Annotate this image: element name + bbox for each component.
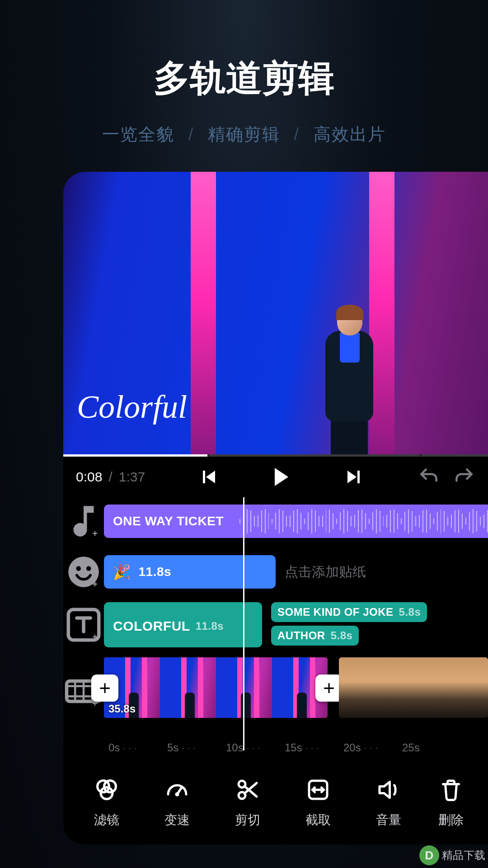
prev-clip-button[interactable] xyxy=(198,466,221,488)
text-clip-main[interactable]: COLORFUL 11.8s xyxy=(104,602,262,647)
timeline[interactable]: + ONE WAY TICKET + 🎉 11.8s xyxy=(63,497,488,760)
add-music-button[interactable]: + xyxy=(63,501,104,542)
scissors-icon xyxy=(234,776,261,803)
sticker-clip-duration: 11.8s xyxy=(139,565,172,579)
music-track: + ONE WAY TICKET xyxy=(63,501,488,542)
hero-subtitle: 一览全貌 / 精确剪辑 / 高效出片 xyxy=(0,123,488,146)
text-clip-duration: 11.8s xyxy=(196,620,224,632)
tool-label: 变速 xyxy=(164,811,190,829)
tool-label: 截取 xyxy=(305,811,331,829)
hero-title: 多轨道剪辑 xyxy=(0,54,488,103)
plus-icon: + xyxy=(92,579,98,590)
time-ruler[interactable]: 0s··· 5s··· 10s··· 15s··· 20s··· 25s xyxy=(63,735,488,760)
undo-icon xyxy=(418,466,440,488)
hero-sub-1: 一览全貌 xyxy=(102,125,174,144)
video-track: + 35.8s + + xyxy=(63,657,488,725)
plus-icon: + xyxy=(92,528,98,539)
ruler-tick: 20s xyxy=(343,741,361,754)
text-clip-duration: 5.8s xyxy=(331,629,353,642)
music-note-icon xyxy=(63,501,104,542)
add-text-button[interactable]: + xyxy=(63,604,104,645)
video-clip-duration: 35.8s xyxy=(108,703,136,715)
speaker-icon xyxy=(375,776,402,803)
hero-sub-3: 高效出片 xyxy=(314,125,386,144)
text-clip-label: SOME KIND OF JOKE xyxy=(277,606,394,618)
hero-sep-1: / xyxy=(188,125,194,144)
next-clip-button[interactable] xyxy=(343,466,365,488)
preview-viewport[interactable]: Colorful xyxy=(63,172,488,457)
text-clip-duration: 5.8s xyxy=(399,606,421,618)
text-clip-label: AUTHOR xyxy=(277,629,325,642)
skip-next-icon xyxy=(347,471,360,483)
music-clip[interactable]: ONE WAY TICKET xyxy=(104,505,488,538)
ruler-tick: 15s xyxy=(285,741,302,754)
time-separator: / xyxy=(108,469,112,485)
add-sticker-hint[interactable]: 点击添加贴纸 xyxy=(285,555,366,589)
redo-button[interactable] xyxy=(453,466,475,488)
watermark-logo-icon: D xyxy=(419,845,439,865)
preview-text-overlay: Colorful xyxy=(77,388,187,426)
hero-sub-2: 精确剪辑 xyxy=(208,125,280,144)
time-current: 0:08 xyxy=(76,469,102,485)
party-popper-icon: 🎉 xyxy=(113,563,131,580)
crop-tool[interactable]: 截取 xyxy=(283,776,353,829)
svg-point-2 xyxy=(86,566,91,571)
undo-button[interactable] xyxy=(418,466,440,488)
filter-icon xyxy=(93,776,120,803)
waveform-icon xyxy=(239,505,488,538)
playhead[interactable] xyxy=(243,497,244,750)
text-icon xyxy=(63,604,104,645)
sticker-clip[interactable]: 🎉 11.8s xyxy=(104,555,276,589)
speedometer-icon xyxy=(164,776,191,803)
tool-label: 剪切 xyxy=(235,811,260,829)
sticker-track: + 🎉 11.8s 点击添加贴纸 xyxy=(63,552,488,592)
video-editor-panel: Colorful 0:08 / 1:37 xyxy=(63,172,488,844)
play-button[interactable] xyxy=(270,466,293,488)
svg-point-1 xyxy=(76,566,81,571)
add-clip-after-button[interactable]: + xyxy=(315,675,343,702)
svg-point-9 xyxy=(175,793,179,797)
trash-icon xyxy=(437,776,465,803)
video-clip-1[interactable]: 35.8s xyxy=(104,657,328,718)
crop-icon xyxy=(305,776,332,803)
emoji-icon xyxy=(63,552,104,592)
time-total: 1:37 xyxy=(119,469,145,485)
preview-segment-bar[interactable] xyxy=(63,454,488,457)
add-sticker-button[interactable]: + xyxy=(63,552,104,592)
volume-tool[interactable]: 音量 xyxy=(353,776,424,829)
tool-label: 滤镜 xyxy=(94,811,119,829)
tool-label: 删除 xyxy=(438,811,464,829)
hero-sep-2: / xyxy=(294,125,300,144)
cut-tool[interactable]: 剪切 xyxy=(212,776,283,829)
skip-previous-icon xyxy=(203,471,215,483)
bottom-toolbar: 滤镜 变速 剪切 截取 音量 删除 xyxy=(63,760,488,844)
video-clip-2[interactable] xyxy=(339,657,488,718)
plus-icon: + xyxy=(92,632,98,642)
ruler-tick: 25s xyxy=(402,741,420,754)
playback-bar: 0:08 / 1:37 xyxy=(63,457,488,497)
music-clip-title: ONE WAY TICKET xyxy=(113,514,224,528)
ruler-tick: 5s xyxy=(167,741,178,754)
text-clip-sub-1[interactable]: SOME KIND OF JOKE 5.8s xyxy=(271,602,427,622)
play-icon xyxy=(275,468,288,486)
ruler-tick: 0s xyxy=(108,741,120,754)
delete-tool[interactable]: 删除 xyxy=(424,776,478,829)
text-clip-sub-2[interactable]: AUTHOR 5.8s xyxy=(271,626,359,646)
filter-tool[interactable]: 滤镜 xyxy=(71,776,142,829)
text-clip-label: COLORFUL xyxy=(113,618,190,634)
watermark-text: 精品下载 xyxy=(442,849,485,861)
text-track: + COLORFUL 11.8s SOME KIND OF JOKE 5.8s … xyxy=(63,602,488,647)
ruler-tick: 10s xyxy=(226,741,244,754)
watermark: D 精品下载 xyxy=(419,845,485,865)
add-clip-before-button[interactable]: + xyxy=(91,675,118,702)
speed-tool[interactable]: 变速 xyxy=(142,776,212,829)
redo-icon xyxy=(453,466,475,488)
tool-label: 音量 xyxy=(376,811,401,829)
